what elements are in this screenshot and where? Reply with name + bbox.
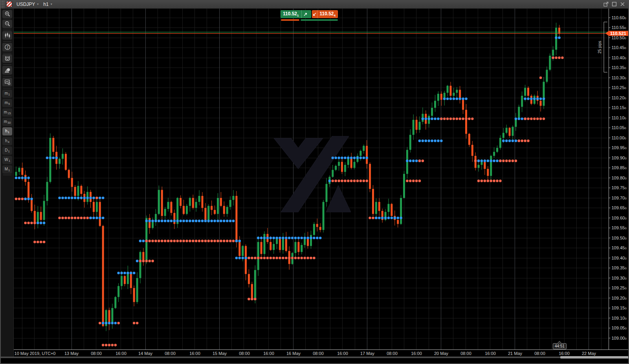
current-price-tag: 110.521: [605, 31, 629, 36]
detach-button[interactable]: [603, 2, 609, 7]
price-tick-label: 109.850: [612, 165, 627, 170]
timeframe-button-m15[interactable]: m15: [2, 108, 12, 117]
timeframe-button-h4[interactable]: h4: [2, 137, 12, 145]
buy-sentiment-bar: [301, 19, 338, 21]
candle: [490, 156, 492, 176]
toolbar-separator: [3, 76, 11, 77]
chart-window-titlebar[interactable]: USDJPY ▾ h1 ▾: [1, 0, 628, 9]
candle: [313, 224, 315, 235]
price-tick-label: 109.200: [612, 296, 627, 300]
zoom-in-icon: [4, 11, 11, 17]
titlebar-grip-handle[interactable]: [1, 0, 4, 8]
timeframe-button-D1[interactable]: D1: [2, 146, 12, 155]
chart-type-button[interactable]: [2, 31, 12, 40]
candle: [171, 202, 172, 213]
sell-button[interactable]: 110.521: [281, 10, 311, 18]
function-icon: f: [4, 44, 11, 50]
candle: [301, 245, 303, 252]
price-tick-label: 109.700: [612, 196, 627, 200]
time-tick-label: 16:00: [411, 351, 422, 356]
maximize-button[interactable]: [612, 2, 617, 7]
time-tick-label: 21 May: [508, 351, 523, 356]
price-tick-label: 109.250: [612, 285, 627, 290]
chart-canvas[interactable]: 25 pips110.600110.550110.500110.450110.4…: [14, 9, 629, 357]
toolbar-separator: [3, 41, 11, 42]
candle: [521, 96, 523, 107]
price-tick-label: 109.500: [612, 236, 627, 240]
price-tick-label: 109.300: [612, 276, 627, 280]
time-tick-label: 10 May 2019, UTC+0: [15, 351, 56, 356]
chart-settings-button[interactable]: [2, 78, 12, 86]
cbots-button[interactable]: [2, 54, 12, 63]
horizontal-scrollbar-track[interactable]: [1, 357, 629, 358]
close-button[interactable]: [620, 2, 625, 7]
price-tick-label: 109.950: [612, 145, 627, 150]
drawing-tools-button[interactable]: [2, 66, 12, 75]
chevron-down-icon: ▾: [37, 3, 39, 6]
candle: [167, 202, 169, 209]
timeframe-button-W1[interactable]: W1: [2, 156, 12, 164]
timeframe-button-m30[interactable]: m30: [2, 118, 12, 126]
candle: [546, 70, 548, 82]
candle: [173, 213, 175, 224]
timeframe-label: h1: [43, 2, 48, 7]
candle: [204, 208, 206, 220]
price-tick-label: 110.100: [612, 115, 627, 120]
symbol-selector[interactable]: USDJPY ▾: [14, 0, 41, 8]
candle: [40, 212, 42, 220]
candle: [80, 186, 82, 194]
time-tick-label: 16:00: [485, 351, 496, 356]
indicators-button[interactable]: f: [2, 43, 12, 51]
price-tick-label: 109.800: [612, 176, 627, 180]
candle: [62, 154, 64, 159]
zoom-in-button[interactable]: [2, 10, 12, 18]
candle: [431, 108, 433, 116]
timeframe-button-h1[interactable]: h1: [2, 127, 12, 135]
candle: [217, 198, 219, 214]
timeframe-button-M1[interactable]: M1: [2, 165, 12, 174]
price-tick-label: 109.750: [612, 185, 627, 190]
candle: [130, 272, 132, 288]
candle: [447, 86, 449, 93]
candle: [242, 246, 244, 256]
candle: [499, 138, 501, 148]
symbol-icon: [7, 2, 12, 7]
candle: [214, 210, 216, 214]
candle: [77, 186, 79, 196]
candle: [493, 152, 495, 156]
candle: [487, 169, 489, 176]
candle: [270, 242, 271, 250]
candle: [297, 242, 299, 252]
candle: [254, 270, 256, 298]
price-tick-label: 109.150: [612, 305, 627, 310]
candle: [59, 159, 61, 164]
sell-sentiment-bar: [281, 19, 299, 21]
candle: [28, 182, 29, 198]
horizontal-scrollbar-thumb[interactable]: [560, 356, 629, 359]
robot-icon: [4, 55, 11, 62]
candle: [238, 242, 240, 256]
candle: [285, 238, 287, 251]
timeframe-button-m5[interactable]: m5: [2, 99, 12, 107]
candle: [453, 93, 455, 96]
zoom-out-button[interactable]: [2, 20, 12, 28]
candle: [139, 252, 141, 278]
arrow-up-right-icon: [302, 12, 310, 16]
zoom-out-icon: [4, 21, 11, 27]
pivot-dots-indicator: [15, 37, 564, 346]
price-tick-label: 109.400: [612, 256, 627, 260]
shapes-icon: [4, 67, 11, 73]
timeframe-button-m1[interactable]: m1: [2, 90, 12, 98]
candle: [99, 202, 101, 226]
time-tick-label: 16:00: [337, 351, 348, 356]
xstation-chart-window: USDJPY ▾ h1 ▾ fm1m5m15m30h1h4D1W1M1 25 p…: [0, 0, 629, 364]
time-axis[interactable]: 10 May 2019, UTC+013 May08:0016:0014 May…: [15, 351, 596, 356]
candle: [18, 168, 20, 172]
window-controls: [603, 2, 628, 7]
candle: [369, 164, 371, 189]
timeframe-selector[interactable]: h1 ▾: [41, 0, 54, 8]
price-axis[interactable]: 110.600110.550110.500110.450110.400110.3…: [609, 15, 627, 340]
price-tick-label: 109.900: [612, 155, 627, 160]
candle: [96, 202, 98, 212]
buy-button[interactable]: 110.524: [312, 10, 338, 18]
